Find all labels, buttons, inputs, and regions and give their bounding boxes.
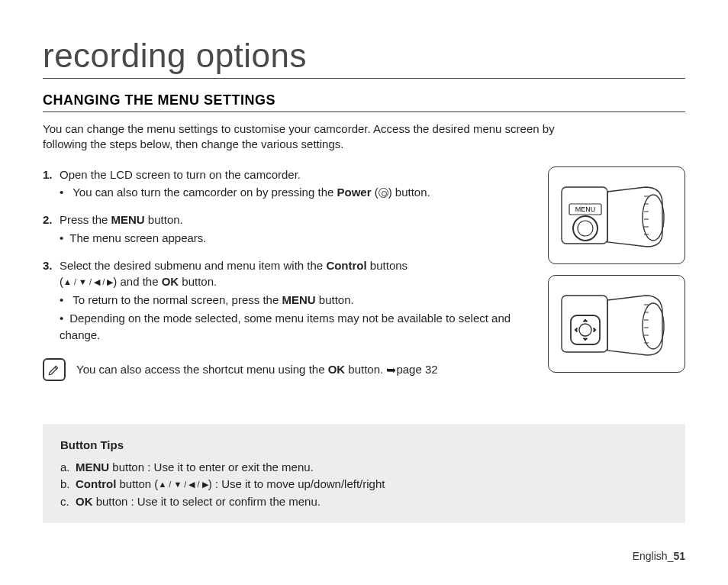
step-3: 3. Select the desired submenu and menu i… bbox=[43, 257, 534, 344]
section-heading: CHANGING THE MENU SETTINGS bbox=[43, 92, 685, 112]
step-sublist: To return to the normal screen, press th… bbox=[60, 292, 534, 343]
steps-column: 1. Open the LCD screen to turn on the ca… bbox=[43, 166, 534, 382]
step-body: Open the LCD screen to turn on the camco… bbox=[60, 166, 534, 202]
footer-page-number: 51 bbox=[673, 550, 685, 562]
step-2: 2. Press the MENU button. The menu scree… bbox=[43, 212, 534, 247]
step-subitem: To return to the normal screen, press th… bbox=[60, 292, 534, 309]
svg-point-4 bbox=[578, 221, 593, 236]
svg-point-8 bbox=[579, 324, 591, 336]
step-text: Open the LCD screen to turn on the camco… bbox=[60, 168, 301, 181]
camcorder-menu-illustration: MENU bbox=[556, 173, 678, 257]
step-number: 3. bbox=[43, 257, 60, 344]
svg-point-1 bbox=[643, 195, 664, 241]
menu-label: MENU bbox=[575, 205, 596, 213]
tips-item: a.MENU button : Use it to enter or exit … bbox=[60, 459, 668, 477]
step-sublist: You can also turn the camcorder on by pr… bbox=[60, 184, 534, 201]
figure-control-button bbox=[548, 275, 685, 373]
button-tips-box: Button Tips a.MENU button : Use it to en… bbox=[43, 424, 685, 523]
svg-point-6 bbox=[643, 303, 664, 349]
step-1: 1. Open the LCD screen to turn on the ca… bbox=[43, 166, 534, 202]
manual-page: recording options CHANGING THE MENU SETT… bbox=[0, 0, 728, 585]
title-rule bbox=[43, 78, 685, 79]
figure-menu-button: MENU bbox=[548, 166, 685, 264]
step-subitem: You can also turn the camcorder on by pr… bbox=[60, 184, 534, 201]
body-row: 1. Open the LCD screen to turn on the ca… bbox=[43, 166, 685, 382]
pencil-note-icon bbox=[47, 363, 61, 377]
note-text: You can also access the shortcut menu us… bbox=[76, 361, 438, 379]
tips-item: c.OK button : Use it to select or confir… bbox=[60, 493, 668, 511]
page-footer: English_51 bbox=[633, 550, 685, 562]
intro-paragraph: You can change the menu settings to cust… bbox=[43, 121, 592, 153]
reference-arrow-icon: ➥ bbox=[386, 364, 396, 377]
step-subitem: Depending on the mode selected, some men… bbox=[60, 310, 534, 344]
note-icon bbox=[43, 358, 66, 381]
arrow-glyphs: ▲ / ▼ / ◀ / ▶ bbox=[158, 480, 208, 489]
camcorder-control-illustration bbox=[556, 282, 678, 366]
tips-title: Button Tips bbox=[60, 437, 668, 454]
figures-column: MENU bbox=[548, 166, 685, 382]
page-title: recording options bbox=[43, 37, 685, 79]
power-icon bbox=[378, 188, 388, 198]
step-number: 1. bbox=[43, 166, 60, 202]
step-body: Select the desired submenu and menu item… bbox=[60, 257, 534, 344]
step-sublist: The menu screen appears. bbox=[60, 230, 534, 247]
note-row: You can also access the shortcut menu us… bbox=[43, 358, 523, 381]
step-number: 2. bbox=[43, 212, 60, 247]
arrow-glyphs: ▲ / ▼ / ◀ / ▶ bbox=[63, 277, 113, 286]
steps-list: 1. Open the LCD screen to turn on the ca… bbox=[43, 166, 534, 344]
step-body: Press the MENU button. The menu screen a… bbox=[60, 212, 534, 247]
tips-item: b.Control button (▲ / ▼ / ◀ / ▶) : Use i… bbox=[60, 476, 668, 493]
step-subitem: The menu screen appears. bbox=[60, 230, 534, 247]
tips-list: a.MENU button : Use it to enter or exit … bbox=[60, 459, 668, 511]
footer-language: English bbox=[633, 550, 668, 562]
